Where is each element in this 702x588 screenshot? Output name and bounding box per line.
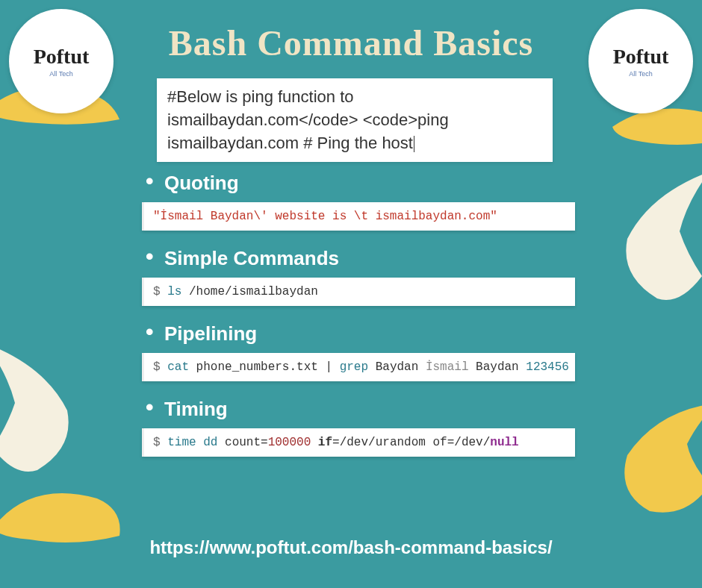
intro-line: ismailbaydan.com # Ping the host — [167, 132, 542, 155]
code-box-pipelining: $ cat phone_numbers.txt | grep Baydan İs… — [142, 353, 575, 381]
brush-stroke — [605, 164, 702, 313]
brush-stroke — [0, 336, 90, 485]
brush-stroke — [605, 388, 702, 522]
intro-code-box: #Below is ping function to ismailbaydan.… — [157, 78, 553, 162]
section-quoting: Quoting "İsmail Baydan\' website is \t i… — [142, 172, 575, 231]
code-box-quoting: "İsmail Baydan\' website is \t ismailbay… — [142, 202, 575, 231]
logo-subtitle: All Tech — [629, 70, 652, 78]
section-heading: Quoting — [142, 172, 575, 195]
section-simple-commands: Simple Commands $ ls /home/ismailbaydan — [142, 247, 575, 306]
page-title: Bash Command Basics — [0, 22, 702, 63]
content-area: Quoting "İsmail Baydan\' website is \t i… — [142, 172, 575, 473]
section-pipelining: Pipelining $ cat phone_numbers.txt | gre… — [142, 322, 575, 381]
section-heading: Pipelining — [142, 322, 575, 345]
code-box-simple: $ ls /home/ismailbaydan — [142, 278, 575, 306]
intro-line: #Below is ping function to — [167, 86, 542, 109]
section-timing: Timing $ time dd count=100000 if=/dev/ur… — [142, 398, 575, 457]
logo-subtitle: All Tech — [49, 70, 72, 78]
intro-line: ismailbaydan.com</code> <code>ping — [167, 109, 542, 132]
footer-url: https://www.poftut.com/bash-command-basi… — [0, 537, 702, 558]
section-heading: Simple Commands — [142, 247, 575, 270]
text-cursor — [414, 136, 414, 152]
code-box-timing: $ time dd count=100000 if=/dev/urandom o… — [142, 428, 575, 457]
section-heading: Timing — [142, 398, 575, 421]
